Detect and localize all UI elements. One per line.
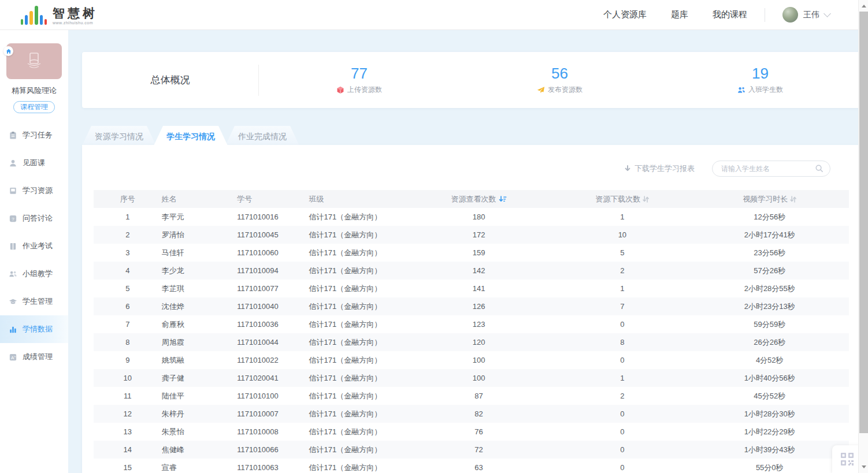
- stat-label: 上传资源数: [347, 85, 382, 95]
- cell-student-id: 1171010022: [237, 351, 309, 369]
- scrollbar-down-arrow-icon[interactable]: [859, 462, 868, 472]
- nav-item-question-bank[interactable]: 题库: [671, 9, 688, 20]
- sort-icon[interactable]: [643, 196, 649, 203]
- cell-name: 龚子健: [162, 369, 238, 387]
- cell-video-duration: 1小时40分56秒: [690, 369, 849, 387]
- course-manage-button[interactable]: 课程管理: [13, 101, 55, 113]
- table-body: 1 李平元 1171010016 信计171（金融方向） 180 1 12分56…: [94, 208, 849, 473]
- cell-class: 信计171（金融方向）: [309, 315, 403, 333]
- sidebar-item-label: 学生管理: [23, 296, 53, 307]
- student-learning-panel: 下载学生学习报表 序号 姓名 学号 班级 资源查看次数: [82, 145, 860, 473]
- tab-homework-completion[interactable]: 作业完成情况: [225, 126, 299, 146]
- cell-name: 宣睿: [162, 459, 238, 473]
- search-box: [712, 161, 830, 177]
- cell-student-id: 1171010036: [237, 315, 309, 333]
- cell-download-count: 0: [554, 459, 690, 473]
- scrollbar-up-arrow-icon[interactable]: [859, 1, 868, 11]
- sort-desc-active-icon[interactable]: [499, 196, 507, 203]
- sidebar-item-homework-exam[interactable]: 作业考试: [0, 232, 68, 260]
- cell-index: 6: [94, 297, 162, 315]
- home-icon[interactable]: [3, 46, 13, 56]
- cell-student-id: 1171010040: [237, 297, 309, 315]
- cell-name: 焦健峰: [162, 441, 238, 459]
- tab-resource-learning[interactable]: 资源学习情况: [82, 126, 156, 146]
- table-row: 11 陆佳平 1171010100 信计171（金融方向） 87 2 45分52…: [94, 387, 849, 405]
- cell-class: 信计171（金融方向）: [309, 405, 403, 423]
- column-header-student-id: 学号: [237, 190, 309, 208]
- cell-name: 俞雁秋: [162, 315, 238, 333]
- download-report-link[interactable]: 下载学生学习报表: [624, 163, 695, 174]
- course-card[interactable]: [6, 43, 62, 79]
- cell-index: 8: [94, 333, 162, 351]
- cell-student-id: 1171010044: [237, 333, 309, 351]
- cell-index: 11: [94, 387, 162, 405]
- cell-name: 沈佳烨: [162, 297, 238, 315]
- sidebar-item-label: 成绩管理: [23, 352, 53, 362]
- cell-index: 2: [94, 226, 162, 244]
- chevron-down-icon[interactable]: [824, 10, 831, 17]
- sort-icon[interactable]: [790, 196, 796, 203]
- brand-logo[interactable]: 智慧树 www.zhihuishu.com: [21, 5, 98, 25]
- table-row: 10 龚子健 1171020041 信计171（金融方向） 100 1 1小时4…: [94, 369, 849, 387]
- sidebar-item-label: 学习任务: [23, 130, 53, 140]
- column-header-video-duration: 视频学习时长: [690, 190, 849, 208]
- table-row: 7 俞雁秋 1171010036 信计171（金融方向） 123 0 59分59…: [94, 315, 849, 333]
- group-icon: [9, 270, 17, 278]
- stat-published-resources: 56 发布资源数: [459, 65, 660, 95]
- logo-bars-icon: [21, 5, 47, 25]
- cell-video-duration: 59分59秒: [690, 315, 849, 333]
- sidebar-item-label: 学习资源: [23, 185, 53, 196]
- sidebar-item-learning-resources[interactable]: 学习资源: [0, 177, 68, 204]
- top-menu: 个人资源库 题库 我的课程: [603, 9, 747, 20]
- overview-title: 总体概况: [82, 73, 258, 87]
- sidebar-item-qa-discussion[interactable]: ? 问答讨论: [0, 204, 68, 232]
- exam-icon: [9, 242, 17, 251]
- sidebar-item-grade-management[interactable]: A+ 成绩管理: [0, 343, 68, 371]
- cell-view-count: 63: [403, 459, 554, 473]
- nav-item-personal-library[interactable]: 个人资源库: [603, 9, 647, 20]
- cell-class: 信计171（金融方向）: [309, 297, 403, 315]
- cell-class: 信计171（金融方向）: [309, 441, 403, 459]
- sidebar-item-label: 小组教学: [23, 269, 53, 279]
- tab-bar: 资源学习情况 学生学习情况 作业完成情况: [82, 126, 297, 146]
- sidebar-item-learning-data[interactable]: 学情数据: [0, 315, 68, 343]
- column-header-class: 班级: [309, 190, 403, 208]
- cell-index: 1: [94, 208, 162, 226]
- cell-name: 马佳轩: [162, 244, 238, 262]
- search-icon[interactable]: [815, 164, 824, 173]
- user-menu[interactable]: 王伟: [782, 7, 830, 23]
- nav-item-my-courses[interactable]: 我的课程: [713, 9, 747, 20]
- course-name: 精算风险理论: [0, 85, 68, 96]
- scrollbar[interactable]: [858, 0, 868, 473]
- search-input[interactable]: [712, 161, 830, 177]
- column-header-view-count: 资源查看次数: [403, 190, 554, 208]
- cell-index: 7: [94, 315, 162, 333]
- cell-view-count: 120: [403, 333, 554, 351]
- column-header-name: 姓名: [162, 190, 238, 208]
- stat-value: 77: [259, 65, 459, 83]
- paper-plane-icon: [537, 86, 545, 94]
- cell-student-id: 1171010077: [237, 280, 309, 297]
- sidebar-item-meeting-course[interactable]: 见面课: [0, 149, 68, 177]
- overview-card: 总体概况 77 上传资源数 56 发布资源数 19: [82, 52, 860, 108]
- user-avatar[interactable]: [782, 7, 798, 23]
- cell-video-duration: 1小时28分30秒: [690, 405, 849, 423]
- tab-student-learning[interactable]: 学生学习情况: [154, 126, 228, 146]
- main-content: 总体概况 77 上传资源数 56 发布资源数 19: [68, 30, 868, 473]
- person-icon: [9, 159, 17, 167]
- question-icon: ?: [9, 214, 17, 223]
- scrollbar-thumb[interactable]: [859, 12, 868, 433]
- sidebar-item-learning-tasks[interactable]: 学习任务: [0, 121, 68, 149]
- stat-label: 入班学生数: [748, 85, 783, 95]
- sidebar-item-student-management[interactable]: 学生管理: [0, 288, 68, 315]
- stat-label: 发布资源数: [548, 85, 583, 95]
- table-row: 14 焦健峰 1171010066 信计171（金融方向） 72 0 1小时39…: [94, 441, 849, 459]
- cell-student-id: 1171010016: [237, 208, 309, 226]
- cell-class: 信计171（金融方向）: [309, 244, 403, 262]
- stat-enrolled-students: 19 入班学生数: [660, 65, 860, 95]
- cell-view-count: 141: [403, 280, 554, 297]
- cell-video-duration: 55分0秒: [690, 459, 849, 473]
- cell-name: 李芷琪: [162, 280, 238, 297]
- sidebar-item-group-teaching[interactable]: 小组教学: [0, 260, 68, 288]
- top-navbar: 智慧树 www.zhihuishu.com 个人资源库 题库 我的课程 王伟: [0, 0, 868, 30]
